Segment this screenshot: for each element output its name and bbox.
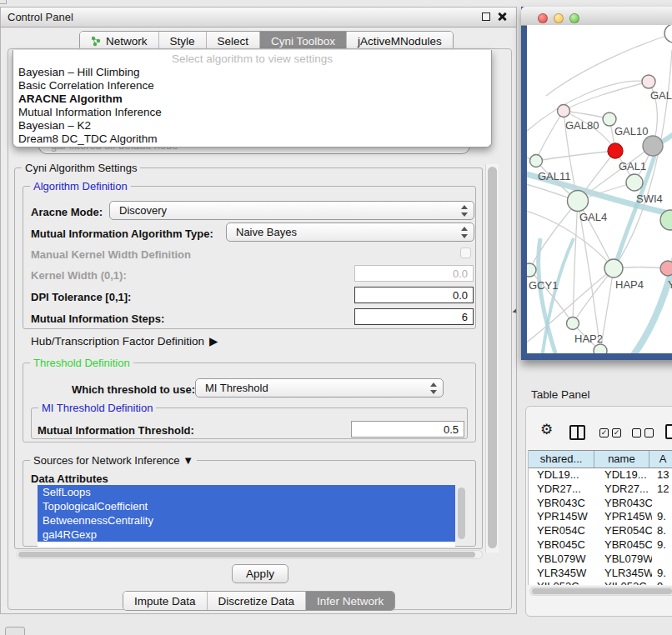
network-node[interactable] [642,75,655,88]
network-window-titlebar[interactable] [521,7,672,26]
tab-impute-data[interactable]: Impute Data [123,592,208,610]
column-header-partial[interactable]: A [649,451,672,468]
column-header-shared-name[interactable]: shared... [529,451,594,468]
network-canvas[interactable]: GALGAL80GAL10GAL1GAL11SWI4GAL4GCY1HAP4YH… [527,25,672,353]
sources-title-text: Sources for Network Inference [33,454,180,467]
dropdown-item-basic-correlation[interactable]: Basic Correlation Inference [13,79,491,92]
table-row[interactable]: YBR045CYBR045C9. [529,538,672,552]
apply-button[interactable]: Apply [232,564,288,583]
table-row[interactable]: YBR043CYBR043C [529,497,672,511]
dropdown-item-aracne[interactable]: ARACNE Algorithm [13,92,491,106]
mi-type-label: Mutual Information Algorithm Type: [31,228,213,240]
network-node[interactable] [604,259,623,278]
control-panel-titlebar[interactable]: Control Panel [1,8,516,28]
settings-horizontal-scrollbar-thumb[interactable] [18,552,475,558]
tab-network[interactable]: Network [80,32,159,50]
network-node[interactable] [643,136,663,156]
list-item-gal4rgexp[interactable]: gal4RGexp [38,528,455,542]
split-columns-icon[interactable] [569,425,585,440]
tab-style[interactable]: Style [159,32,207,50]
list-item-topologicalcoefficient[interactable]: TopologicalCoefficient [38,499,455,513]
network-edge[interactable] [536,151,615,161]
tab-cyni-toolbox[interactable]: Cyni Toolbox [260,32,347,50]
close-icon[interactable] [497,12,507,22]
float-window-icon[interactable] [482,12,490,21]
deselect-all-icon-1[interactable] [632,428,641,438]
mac-zoom-button[interactable] [569,13,579,23]
table-row[interactable]: YIL053CYIL053C9 [529,580,672,585]
cell: YBR045C [596,538,652,552]
settings-horizontal-scrollbar[interactable] [16,550,483,559]
network-node[interactable] [603,112,616,126]
dropdown-item-mutual-information[interactable]: Mutual Information Inference [13,106,491,119]
mi-type-combo[interactable]: Naive Bayes [226,222,474,242]
page: { "control_panel": { "title": "Control P… [0,0,672,635]
spinner-arrows-icon [460,227,468,238]
list-scrollbar-thumb[interactable] [458,488,465,539]
mi-steps-field[interactable]: 6 [354,308,474,325]
table-row[interactable]: YER054CYER054C8. [529,524,672,538]
algorithm-dropdown-popup: Select algorithm to view settings Bayesi… [13,50,492,148]
network-node[interactable] [664,25,672,42]
network-edge[interactable] [536,111,564,161]
network-node[interactable] [626,174,643,191]
tab-discretize-data[interactable]: Discretize Data [208,592,307,610]
network-node[interactable] [567,318,579,330]
clipped-widget-bottom-left[interactable] [5,627,25,635]
data-attributes-list[interactable]: SelfLoops TopologicalCoefficient Between… [38,485,455,547]
document-icon[interactable] [665,424,672,439]
select-all-checked-icon-2[interactable]: ✓ [612,428,621,438]
settings-vertical-scrollbar[interactable] [485,164,499,552]
network-node[interactable] [558,105,570,118]
mac-close-button[interactable] [538,13,548,23]
network-node[interactable] [660,261,672,276]
table-row[interactable]: YDL19...YDL19...13 [529,468,672,482]
aracne-mode-combo[interactable]: Discovery [109,201,474,220]
table-row[interactable]: YPR145WYPR145W9. [529,510,672,524]
mi-threshold-field[interactable]: 0.5 [351,421,464,438]
network-edge[interactable] [529,270,573,323]
list-item-selfloops[interactable]: SelfLoops [38,485,455,499]
table-row[interactable]: YDR27...YDR27...12 [529,482,672,497]
select-all-checked-icon-1[interactable]: ✓ [599,428,609,438]
column-header-name[interactable]: name [594,451,649,468]
tab-jactivemnodules[interactable]: jActiveMNodules [347,32,453,50]
manual-kernel-checkbox[interactable] [460,248,471,258]
network-node[interactable] [527,263,536,277]
cell [652,552,672,567]
dpi-tolerance-field[interactable]: 0.0 [354,287,474,303]
dropdown-item-dream8[interactable]: Dream8 DC_TDC Algorithm [13,132,491,146]
dropdown-item-bayesian-k2[interactable]: Bayesian – K2 [13,119,491,132]
network-edge[interactable] [578,201,600,351]
network-edge[interactable] [573,201,578,323]
network-node[interactable] [608,143,623,158]
table-horizontal-scrollbar-thumb[interactable] [532,588,672,594]
table-row[interactable]: YBL079WYBL079W [529,552,672,567]
network-node[interactable] [568,191,589,212]
table-row[interactable]: YLR345WYLR345W9. [529,567,672,581]
manual-kernel-label: Manual Kernel Width Definition [31,248,191,261]
tab-select[interactable]: Select [207,32,261,50]
hub-definition-toggle[interactable]: Hub/Transcription Factor Definition▶ [31,334,218,348]
tab-infer-network[interactable]: Infer Network [306,592,394,610]
table-body: YDL19...YDL19...13 YDR27...YDR27...12 YB… [529,468,672,585]
sources-group-title[interactable]: Sources for Network Inference ▼ [30,454,197,467]
deselect-all-icon-2[interactable] [644,428,654,438]
control-panel-window: Control Panel Network Style Select Cyni … [0,7,517,614]
table-panel: ⚙ ✓ ✓ shared... name A YDL19...YDL19...1… [525,406,672,617]
list-item-betweennesscentrality[interactable]: BetweennessCentrality [38,513,455,528]
cell: YPR145W [596,510,652,524]
settings-vertical-scrollbar-thumb[interactable] [488,167,497,548]
cell: YDR27... [596,482,652,497]
gear-icon[interactable]: ⚙ [540,422,553,437]
network-edge[interactable] [542,238,574,353]
which-threshold-combo[interactable]: MI Threshold [195,378,444,398]
network-node[interactable] [594,344,607,353]
node-table: shared... name A YDL19...YDL19...13 YDR2… [528,450,672,585]
table-horizontal-scrollbar[interactable] [529,587,672,596]
dropdown-item-bayesian-hill-climbing[interactable]: Bayesian – Hill Climbing [13,66,491,79]
cell: 9 [652,580,672,585]
mac-minimize-button[interactable] [554,13,564,23]
kernel-width-field[interactable]: 0.0 [354,265,474,282]
network-node[interactable] [530,155,543,168]
